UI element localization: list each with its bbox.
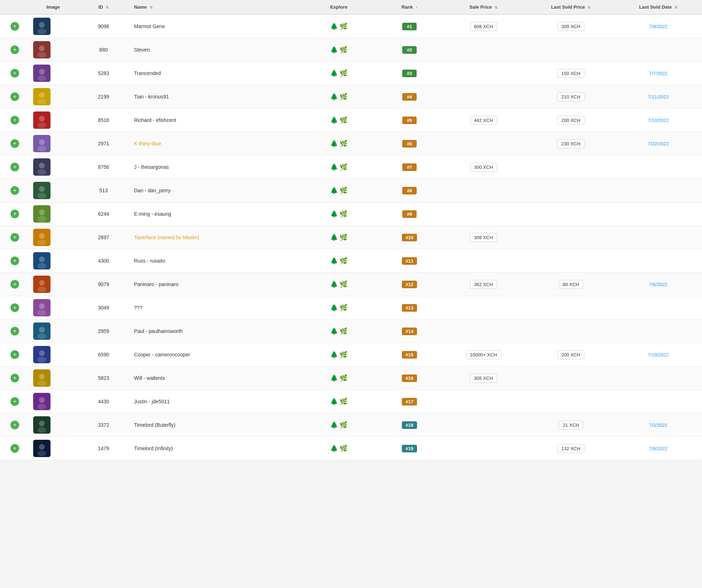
add-button[interactable]: +	[10, 303, 19, 312]
explore-tree-icon[interactable]: 🌲	[330, 327, 338, 335]
last-sold-date-link[interactable]: 7/22/2022	[648, 141, 669, 146]
sort-icon-name: ⇅	[150, 5, 153, 9]
explore-cell: 🌲 🌿	[299, 109, 379, 132]
add-button[interactable]: +	[10, 397, 19, 406]
rank-badge: #11	[402, 257, 417, 265]
add-button[interactable]: +	[10, 116, 19, 124]
last-sold-date-link[interactable]: 7/9/2022	[649, 24, 668, 29]
explore-tree-icon[interactable]: 🌲	[330, 444, 338, 452]
avatar	[33, 182, 51, 199]
name-link[interactable]: Taserface (named by Maxim)	[134, 234, 199, 240]
explore-tree-icon[interactable]: 🌲	[330, 163, 338, 171]
avatar-image	[33, 346, 51, 363]
svg-point-14	[38, 122, 46, 128]
last-sold-date-link[interactable]: 7/11/2022	[648, 94, 669, 100]
sale-price-cell	[440, 202, 527, 226]
explore-tree-icon[interactable]: 🌲	[330, 280, 338, 288]
last-sold-date-cell: 7/6/2022	[615, 273, 702, 296]
explore-leaf-icon[interactable]: 🌿	[339, 280, 347, 288]
col-header-name[interactable]: Name ⇅	[131, 0, 299, 14]
add-button[interactable]: +	[10, 210, 19, 218]
table-row: + 3372 Timelord (Buterfly) 🌲 🌿 #18 21 XC…	[0, 413, 702, 437]
explore-tree-icon[interactable]: 🌲	[330, 304, 338, 312]
last-sold-date-link[interactable]: 7/3/2022	[649, 422, 668, 428]
col-header-id[interactable]: ID ⇅	[76, 0, 130, 14]
svg-point-23	[38, 193, 46, 198]
col-header-sale-price[interactable]: Sale Price ⇅	[440, 0, 527, 14]
explore-tree-icon[interactable]: 🌲	[330, 22, 338, 30]
name-text: J - thesargonas	[134, 164, 169, 170]
add-button[interactable]: +	[10, 280, 19, 289]
explore-leaf-icon[interactable]: 🌿	[339, 327, 347, 335]
explore-leaf-icon[interactable]: 🌿	[339, 444, 347, 452]
last-sold-date-link[interactable]: 7/7/2022	[649, 71, 668, 76]
explore-tree-icon[interactable]: 🌲	[330, 421, 338, 429]
svg-point-49	[39, 397, 45, 403]
table-row: + 9079 Paninaro - paninaro 🌲 🌿 #12 362 X…	[0, 273, 702, 296]
add-button[interactable]: +	[10, 327, 19, 335]
add-button[interactable]: +	[10, 69, 19, 78]
add-button[interactable]: +	[10, 139, 19, 148]
explore-leaf-icon[interactable]: 🌿	[339, 163, 347, 171]
explore-leaf-icon[interactable]: 🌿	[339, 69, 347, 77]
svg-point-10	[39, 92, 45, 98]
explore-leaf-icon[interactable]: 🌿	[339, 398, 347, 405]
explore-leaf-icon[interactable]: 🌿	[339, 421, 347, 429]
explore-tree-icon[interactable]: 🌲	[330, 257, 338, 265]
explore-tree-icon[interactable]: 🌲	[330, 93, 338, 101]
sale-price-badge: 442 XCH	[470, 116, 497, 125]
add-button[interactable]: +	[10, 444, 19, 453]
explore-tree-icon[interactable]: 🌲	[330, 69, 338, 77]
avatar	[33, 393, 51, 410]
add-button[interactable]: +	[10, 163, 19, 171]
col-header-rank[interactable]: Rank ↑	[379, 0, 440, 14]
name-text: Timelord (Infinity)	[134, 446, 173, 451]
explore-leaf-icon[interactable]: 🌿	[339, 93, 347, 101]
explore-leaf-icon[interactable]: 🌿	[339, 304, 347, 312]
col-header-last-sold-price[interactable]: Last Sold Price ⇅	[527, 0, 614, 14]
explore-leaf-icon[interactable]: 🌿	[339, 233, 347, 241]
add-button[interactable]: +	[10, 256, 19, 265]
explore-leaf-icon[interactable]: 🌿	[339, 351, 347, 359]
explore-leaf-icon[interactable]: 🌿	[339, 116, 347, 124]
add-button[interactable]: +	[10, 22, 19, 31]
explore-tree-icon[interactable]: 🌲	[330, 140, 338, 148]
explore-tree-icon[interactable]: 🌲	[330, 351, 338, 359]
last-sold-date-link[interactable]: 7/8/2022	[649, 446, 668, 451]
sale-price-cell	[440, 62, 527, 85]
add-button[interactable]: +	[10, 92, 19, 101]
avatar-image	[33, 41, 51, 58]
name-link[interactable]: K-thirty-blue	[134, 141, 161, 146]
add-button[interactable]: +	[10, 45, 19, 54]
explore-tree-icon[interactable]: 🌲	[330, 187, 338, 194]
add-button[interactable]: +	[10, 350, 19, 359]
explore-leaf-icon[interactable]: 🌿	[339, 22, 347, 30]
name-cell: Steven	[131, 38, 299, 62]
explore-tree-icon[interactable]: 🌲	[330, 398, 338, 405]
explore-leaf-icon[interactable]: 🌿	[339, 257, 347, 265]
explore-tree-icon[interactable]: 🌲	[330, 233, 338, 241]
explore-leaf-icon[interactable]: 🌿	[339, 140, 347, 148]
explore-tree-icon[interactable]: 🌲	[330, 374, 338, 382]
image-cell	[30, 320, 76, 343]
svg-point-20	[38, 169, 46, 175]
last-sold-date-link[interactable]: 7/19/2022	[648, 352, 669, 357]
add-cell: +	[0, 85, 30, 109]
svg-point-28	[39, 233, 45, 239]
explore-tree-icon[interactable]: 🌲	[330, 210, 338, 218]
explore-tree-icon[interactable]: 🌲	[330, 46, 338, 54]
add-button[interactable]: +	[10, 233, 19, 242]
last-sold-date-link[interactable]: 7/10/2022	[648, 118, 669, 123]
table-row: + 5823 Will - wallentx 🌲 🌿 #16 305 XCH	[0, 367, 702, 390]
col-header-last-sold-date[interactable]: Last Sold Date ⇅	[615, 0, 702, 14]
explore-tree-icon[interactable]: 🌲	[330, 116, 338, 124]
add-cell: +	[0, 179, 30, 202]
last-sold-date-link[interactable]: 7/6/2022	[649, 282, 668, 287]
add-button[interactable]: +	[10, 421, 19, 429]
add-button[interactable]: +	[10, 186, 19, 195]
add-button[interactable]: +	[10, 374, 19, 382]
explore-leaf-icon[interactable]: 🌿	[339, 210, 347, 218]
explore-leaf-icon[interactable]: 🌿	[339, 374, 347, 382]
explore-leaf-icon[interactable]: 🌿	[339, 187, 347, 194]
explore-leaf-icon[interactable]: 🌿	[339, 46, 347, 54]
